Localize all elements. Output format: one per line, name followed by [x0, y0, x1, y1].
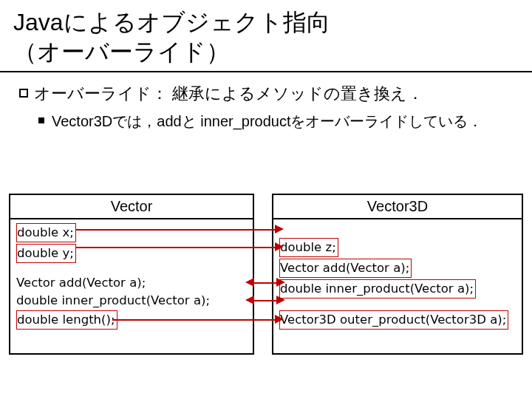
class-body-right: double z; Vector add(Vector a); double i… [273, 219, 522, 332]
left-method2: double inner_product(Vector a); [16, 292, 247, 310]
class-box-vector3d: Vector3D double z; Vector add(Vector a);… [272, 194, 523, 355]
uml-diagram: Vector double x; double y; Vector add(Ve… [9, 194, 523, 386]
class-name-right: Vector3D [273, 195, 522, 219]
bullet2-text: Vector3Dでは，addと inner_productをオーバーライドしてい… [52, 113, 483, 129]
bullet1-text: オーバーライド： 継承によるメソッドの置き換え． [34, 84, 423, 103]
arrow-add-head-l [245, 278, 254, 287]
slide-title: Javaによるオブジェクト指向（オーバーライド） [13, 7, 519, 66]
right-method2: double inner_product(Vector a); [279, 279, 476, 299]
left-method3: double length(); [16, 310, 117, 330]
left-field2: double y; [16, 244, 76, 263]
title-bar: Javaによるオブジェクト指向（オーバーライド） [0, 0, 532, 72]
arrow-ip-head-l [245, 296, 254, 304]
right-method1: Vector add(Vector a); [279, 259, 412, 278]
left-method1: Vector add(Vector a); [16, 274, 247, 292]
class-box-vector: Vector double x; double y; Vector add(Ve… [9, 194, 254, 355]
arrow-ip-head-r [276, 296, 285, 304]
class-name-left: Vector [10, 195, 253, 219]
arrow-length [112, 319, 276, 321]
arrow-x [75, 229, 276, 231]
body: オーバーライド： 継承によるメソッドの置き換え． Vector3Dでは，addと… [0, 72, 532, 132]
bullet1-icon [19, 89, 28, 98]
arrow-x-head [275, 225, 284, 233]
title-line1: Javaによるオブジェクト指向（オーバーライド） [13, 9, 330, 65]
right-method3: Vector3D outer_product(Vector3D a); [279, 310, 508, 330]
arrow-add-head-r [276, 278, 285, 287]
class-body-left: double x; double y; Vector add(Vector a)… [10, 219, 253, 332]
arrow-ip [254, 300, 279, 301]
arrow-length-head [275, 315, 284, 324]
bullet-level1: オーバーライド： 継承によるメソッドの置き換え． [19, 83, 513, 106]
bullet-level2: Vector3Dでは，addと inner_productをオーバーライドしてい… [19, 110, 513, 132]
left-field1: double x; [16, 223, 76, 242]
arrow-y-head [275, 242, 284, 251]
arrow-add [254, 282, 279, 284]
bullet2-icon [38, 117, 44, 123]
arrow-y [75, 247, 276, 248]
right-field1: double z; [279, 238, 338, 257]
